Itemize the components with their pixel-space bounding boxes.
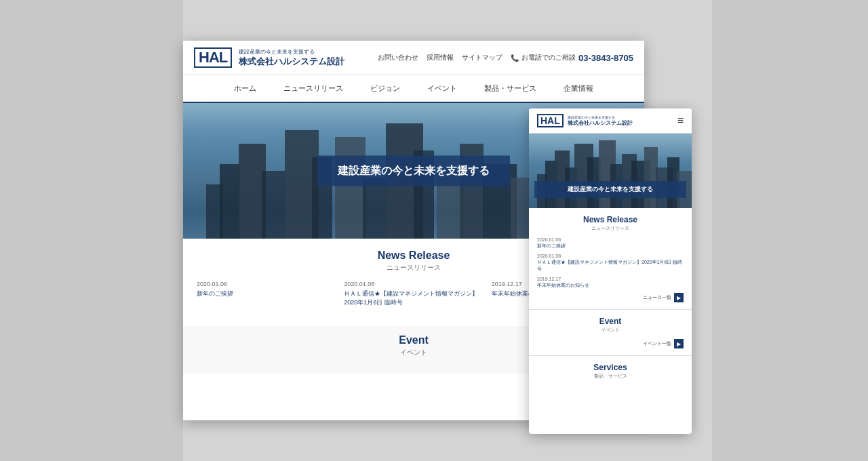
page-wrapper: HAL 建設産業の今と未来を支援する 株式会社ハルシステム設計 お問い合わせ 採… [0, 0, 868, 461]
hal-logo: HAL [194, 47, 232, 68]
mobile-hero: 建設産業の今と未来を支援する [529, 134, 692, 208]
mobile-news-section: News Release ニュースリリース 2020.01.06 新年のご挨拶 … [529, 208, 692, 310]
news-more-label: ニュース一覧 [643, 294, 671, 301]
news-date-2: 2020.01.08 [344, 281, 483, 287]
mobile-logo-area: HAL 建設産業の今と未来を支援する 株式会社ハルシステム設計 [537, 114, 633, 127]
mobile-event-subtitle: イベント [537, 327, 684, 334]
mobile-news-item-3: 2019.12.17 年末年始休業のお知らせ [537, 277, 684, 289]
news-link-2[interactable]: ＨＡＬ通信★【建設マネジメント情報マガジン】2020年1月6日 臨時号 [344, 289, 483, 307]
mobile-logo-company: 株式会社ハルシステム設計 [568, 119, 633, 127]
event-more-label: イベント一覧 [643, 340, 671, 347]
phone-label: お電話でのご相談 [521, 53, 576, 62]
mobile-news-date-1: 2020.01.06 [537, 237, 684, 242]
desktop-nav: ホーム ニュースリリース ビジョン イベント 製品・サービス 企業情報 [183, 75, 644, 103]
hamburger-menu[interactable]: ≡ [677, 115, 684, 127]
nav-company[interactable]: 企業情報 [564, 83, 593, 94]
mobile-window: HAL 建設産業の今と未来を支援する 株式会社ハルシステム設計 ≡ [529, 108, 692, 434]
logo-area: HAL 建設産業の今と未来を支援する 株式会社ハルシステム設計 [194, 47, 344, 68]
hero-banner: 建設産業の今と未来を支援する [317, 156, 510, 186]
news-more-btn[interactable]: ニュース一覧 ▶ [537, 293, 684, 302]
mobile-news-item-1: 2020.01.06 新年のご挨拶 [537, 237, 684, 249]
mobile-event-title: Event [537, 317, 684, 326]
news-date-1: 2020.01.06 [197, 281, 336, 287]
mobile-services-title: Services [537, 363, 684, 372]
mobile-logo-text: 建設産業の今と未来を支援する 株式会社ハルシステム設計 [568, 115, 633, 127]
header-links: お問い合わせ 採用情報 サイトマップ 📞 お電話でのご相談 03-3843-87… [378, 53, 633, 63]
nav-home[interactable]: ホーム [234, 83, 256, 94]
mobile-news-subtitle: ニュースリリース [537, 225, 684, 232]
news-item-2: 2020.01.08 ＨＡＬ通信★【建設マネジメント情報マガジン】2020年1月… [344, 281, 483, 307]
phone-icon: 📞 [511, 54, 519, 62]
event-more-btn[interactable]: イベント一覧 ▶ [537, 339, 684, 348]
desktop-header: HAL 建設産業の今と未来を支援する 株式会社ハルシステム設計 お問い合わせ 採… [183, 41, 644, 75]
mobile-hal-logo: HAL [537, 114, 564, 127]
news-item-1: 2020.01.06 新年のご挨拶 [197, 281, 336, 307]
mobile-news-date-3: 2019.12.17 [537, 277, 684, 281]
logo-subtitle: 建設産業の今と未来を支援する [239, 48, 344, 56]
phone-number: 03-3843-8705 [578, 53, 633, 63]
mobile-services-section: Services 製品・サービス [529, 356, 692, 392]
contact-link[interactable]: お問い合わせ [378, 53, 418, 62]
mobile-services-subtitle: 製品・サービス [537, 373, 684, 380]
mobile-event-section: Event イベント イベント一覧 ▶ [529, 310, 692, 356]
mobile-news-title: News Release [537, 215, 684, 224]
mobile-news-date-2: 2020.01.08 [537, 254, 684, 258]
mobile-news-link-2[interactable]: ＨＡＬ通信★【建設マネジメント情報マガジン】2020年1月6日 臨時号 [537, 259, 684, 273]
nav-vision[interactable]: ビジョン [370, 83, 400, 94]
phone-area: 📞 お電話でのご相談 03-3843-8705 [511, 53, 633, 63]
nav-news[interactable]: ニュースリリース [283, 83, 343, 94]
logo-company: 株式会社ハルシステム設計 [239, 56, 344, 68]
mobile-header: HAL 建設産業の今と未来を支援する 株式会社ハルシステム設計 ≡ [529, 108, 692, 134]
mobile-hero-banner: 建設産業の今と未来を支援する [534, 181, 686, 198]
news-more-arrow[interactable]: ▶ [674, 293, 684, 302]
bg-right [712, 0, 868, 461]
mobile-news-link-1[interactable]: 新年のご挨拶 [537, 243, 684, 249]
sitemap-link[interactable]: サイトマップ [462, 53, 502, 62]
logo-text-area: 建設産業の今と未来を支援する 株式会社ハルシステム設計 [239, 48, 344, 68]
news-link-1[interactable]: 新年のご挨拶 [197, 289, 336, 298]
nav-products[interactable]: 製品・サービス [484, 83, 536, 94]
recruit-link[interactable]: 採用情報 [427, 53, 454, 62]
mobile-news-item-2: 2020.01.08 ＨＡＬ通信★【建設マネジメント情報マガジン】2020年1月… [537, 254, 684, 273]
bg-left [0, 0, 183, 461]
nav-event[interactable]: イベント [427, 83, 457, 94]
mobile-news-link-3[interactable]: 年末年始休業のお知らせ [537, 282, 684, 289]
event-more-arrow[interactable]: ▶ [674, 339, 684, 348]
